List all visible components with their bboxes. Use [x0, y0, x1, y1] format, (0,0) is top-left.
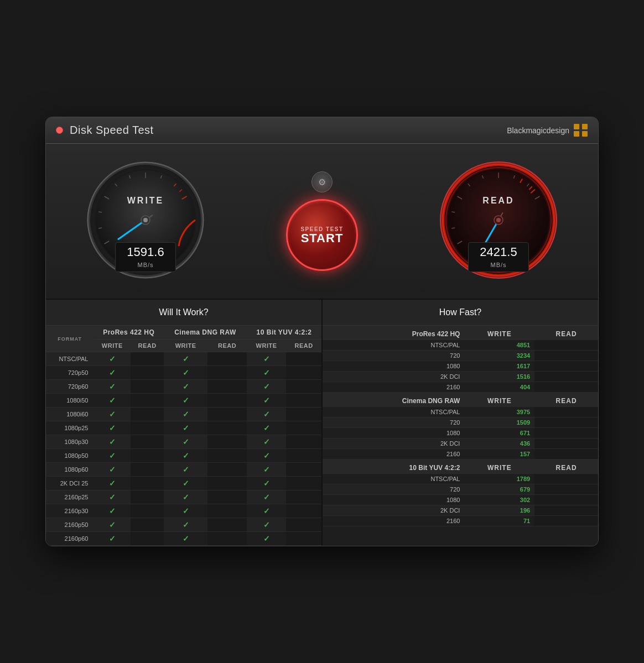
how-fast-panel: How Fast? ProRes 422 HQ WRITE READ NTSC/…	[323, 300, 598, 546]
row-label: 1080i60	[46, 408, 94, 421]
c1r-cell	[131, 352, 164, 366]
app-title: Disk Speed Test	[70, 124, 154, 137]
hf-read-val	[534, 407, 598, 417]
hf-write-val: 157	[464, 449, 534, 460]
col1-read-subheader: READ	[131, 340, 164, 352]
c2r-cell	[207, 518, 247, 532]
hf-write-val: 3975	[464, 407, 534, 417]
hf-write-val: 1509	[464, 417, 534, 428]
hf-read-val	[534, 351, 598, 361]
section-title: 10 Bit YUV 4:2:2	[323, 460, 464, 474]
c3r-cell	[286, 380, 321, 394]
table-row: NTSC/PAL ✓ ✓ ✓	[46, 352, 321, 366]
c1r-cell	[131, 518, 164, 532]
hf-row-label: 2160	[323, 382, 464, 393]
c1w-cell: ✓	[94, 477, 131, 490]
hf-row-label: 720	[323, 484, 464, 495]
c3r-cell	[286, 490, 321, 504]
write-value-box: 1591.6 MB/s	[115, 242, 176, 272]
c1r-cell	[131, 463, 164, 477]
svg-point-21	[143, 218, 148, 222]
c2r-cell	[207, 449, 247, 463]
hf-read-val	[534, 382, 598, 393]
row-label: 720p60	[46, 380, 94, 394]
c3w-cell: ✓	[247, 380, 286, 394]
row-label: 1080i50	[46, 394, 94, 408]
hf-write-val: 436	[464, 438, 534, 449]
hf-read-val	[534, 340, 598, 351]
c3r-cell	[286, 463, 321, 477]
c2r-cell	[207, 408, 247, 421]
c2r-cell	[207, 477, 247, 490]
gauge-section: WRITE 1591.6 MB/s ⚙ SPEED TEST START	[46, 144, 598, 300]
hf-row-label: 2160	[323, 516, 464, 526]
close-button[interactable]	[56, 127, 63, 134]
hf-write-val: 1516	[464, 372, 534, 382]
c1r-cell	[131, 435, 164, 449]
how-fast-row: 720 1509	[323, 417, 598, 428]
row-label: 1080p50	[46, 449, 94, 463]
c2w-cell: ✓	[164, 380, 207, 394]
c2r-cell	[207, 504, 247, 518]
svg-line-6	[98, 228, 102, 228]
c1w-cell: ✓	[94, 463, 131, 477]
app-window: Disk Speed Test Blackmagicdesign	[45, 117, 599, 546]
hf-row-label: 1080	[323, 428, 464, 438]
section-header-row: Cinema DNG RAW WRITE READ	[323, 393, 598, 407]
c2w-cell: ✓	[164, 366, 207, 380]
svg-line-7	[98, 212, 102, 212]
hf-read-val	[534, 505, 598, 516]
c3w-cell: ✓	[247, 477, 286, 490]
read-value: 2421.5	[476, 245, 521, 259]
will-it-work-table: FORMAT ProRes 422 HQ Cinema DNG RAW 10 B…	[46, 326, 321, 546]
write-unit: MB/s	[137, 262, 153, 268]
c2w-cell: ✓	[164, 421, 207, 435]
c2w-cell: ✓	[164, 463, 207, 477]
c3r-cell	[286, 518, 321, 532]
col3-write-subheader: WRITE	[247, 340, 286, 352]
hf-row-label: 720	[323, 351, 464, 361]
how-fast-row: 2160 71	[323, 516, 598, 526]
table-row: 2160p50 ✓ ✓ ✓	[46, 518, 321, 532]
table-row: 2160p60 ✓ ✓ ✓	[46, 532, 321, 546]
c3r-cell	[286, 435, 321, 449]
section-write-label: WRITE	[464, 326, 534, 340]
write-gauge: WRITE 1591.6 MB/s	[68, 160, 223, 282]
c3w-cell: ✓	[247, 435, 286, 449]
col3-header: 10 Bit YUV 4:2:2	[247, 326, 321, 340]
c1w-cell: ✓	[94, 532, 131, 546]
table-row: 2160p30 ✓ ✓ ✓	[46, 504, 321, 518]
hf-read-val	[534, 361, 598, 372]
settings-button[interactable]: ⚙	[311, 171, 333, 192]
svg-text:WRITE: WRITE	[127, 196, 164, 205]
gear-icon: ⚙	[318, 177, 326, 187]
c3r-cell	[286, 366, 321, 380]
table-row: 720p60 ✓ ✓ ✓	[46, 380, 321, 394]
c3r-cell	[286, 394, 321, 408]
c3w-cell: ✓	[247, 463, 286, 477]
c1w-cell: ✓	[94, 380, 131, 394]
how-fast-table: ProRes 422 HQ WRITE READ NTSC/PAL 4851 7…	[323, 326, 598, 526]
col2-read-subheader: READ	[207, 340, 247, 352]
c2w-cell: ✓	[164, 532, 207, 546]
c3r-cell	[286, 449, 321, 463]
c2r-cell	[207, 435, 247, 449]
how-fast-header: How Fast?	[323, 300, 598, 326]
c2w-cell: ✓	[164, 449, 207, 463]
c1r-cell	[131, 449, 164, 463]
hf-write-val: 3234	[464, 351, 534, 361]
hf-write-val: 4851	[464, 340, 534, 351]
start-button[interactable]: SPEED TEST START	[286, 199, 358, 271]
svg-text:READ: READ	[482, 196, 514, 205]
svg-line-31	[451, 228, 455, 228]
hf-row-label: 1080	[323, 361, 464, 372]
table-row: 1080p50 ✓ ✓ ✓	[46, 449, 321, 463]
table-row: 1080p25 ✓ ✓ ✓	[46, 421, 321, 435]
how-fast-row: NTSC/PAL 1789	[323, 474, 598, 484]
hf-write-val: 679	[464, 484, 534, 495]
col1-write-subheader: WRITE	[94, 340, 131, 352]
section-title: ProRes 422 HQ	[323, 326, 464, 340]
c2r-cell	[207, 394, 247, 408]
hf-row-label: 720	[323, 417, 464, 428]
hf-row-label: NTSC/PAL	[323, 407, 464, 417]
